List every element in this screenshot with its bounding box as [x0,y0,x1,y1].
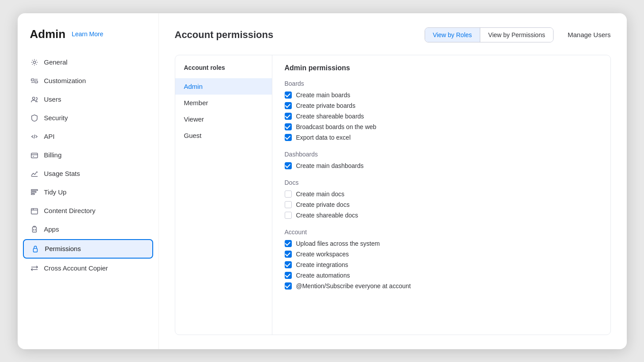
svg-rect-12 [31,193,34,194]
perm-item-create-private-boards: Create private boards [285,102,598,109]
perm-item-broadcast-boards: Broadcast boards on the web [285,123,598,130]
perm-label-create-shareable-boards: Create shareable boards [296,113,364,120]
sidebar-item-label-cross-account-copier: Cross Account Copier [44,264,108,272]
perm-section-account: Account Upload files across the system C… [285,229,598,290]
chart-icon [30,169,39,178]
view-by-roles-button[interactable]: View by Roles [425,28,480,42]
svg-point-0 [33,61,35,63]
checkbox-create-shareable-boards[interactable] [285,113,292,120]
sidebar-item-billing[interactable]: Billing [23,146,153,164]
role-item-viewer[interactable]: Viewer [175,111,272,127]
sidebar-item-cross-account-copier[interactable]: Cross Account Copier [23,259,153,277]
sidebar-item-customization[interactable]: Customization [23,72,153,90]
checkbox-create-workspaces[interactable] [285,251,292,258]
checkbox-create-automations[interactable] [285,272,292,279]
sidebar-item-security[interactable]: Security [23,109,153,127]
checkbox-create-main-boards[interactable] [285,91,292,99]
sidebar-item-users[interactable]: Users [23,91,153,108]
perm-item-create-automations: Create automations [285,272,598,279]
svg-rect-6 [31,153,37,158]
perm-label-export-data: Export data to excel [296,134,351,141]
shield-icon [30,114,39,122]
role-item-member[interactable]: Member [175,95,272,111]
checkbox-create-integrations[interactable] [285,261,292,268]
sidebar-item-label-api: API [44,133,55,140]
perm-label-broadcast-boards: Broadcast boards on the web [296,123,377,130]
checkbox-upload-files[interactable] [285,240,292,247]
checkbox-mention-subscribe[interactable] [285,282,292,290]
sidebar-item-permissions[interactable]: Permissions [23,239,153,259]
checkbox-create-shareable-docs[interactable] [285,212,292,219]
sidebar-item-label-general: General [44,58,68,66]
checkbox-export-data[interactable] [285,134,292,141]
page-title: Account permissions [175,29,274,41]
permissions-detail-header: Admin permissions [285,64,598,72]
perm-label-create-integrations: Create integrations [296,261,348,268]
perm-section-title-docs: Docs [285,179,598,186]
sidebar-item-label-customization: Customization [44,77,86,84]
perm-label-create-private-boards: Create private boards [296,102,356,109]
role-item-guest[interactable]: Guest [175,127,272,144]
perm-item-create-shareable-docs: Create shareable docs [285,212,598,219]
checkbox-create-main-docs[interactable] [285,191,292,198]
transfer-icon [30,264,39,273]
billing-icon [30,151,39,160]
perm-label-create-automations: Create automations [296,272,350,279]
main-header: Account permissions View by Roles View b… [175,27,611,42]
customization-icon [30,76,39,85]
main-content: Account permissions View by Roles View b… [159,13,627,349]
manage-users-button[interactable]: Manage Users [568,31,611,38]
perm-item-create-private-docs: Create private docs [285,201,598,208]
perm-section-title-account: Account [285,229,598,236]
checkbox-create-private-docs[interactable] [285,201,292,208]
perm-item-create-main-docs: Create main docs [285,191,598,198]
perm-item-create-integrations: Create integrations [285,261,598,268]
sidebar-item-label-usage-stats: Usage Stats [44,170,80,177]
svg-rect-11 [31,191,36,193]
app-container: Admin Learn More General [18,13,627,349]
svg-rect-10 [31,189,37,191]
permissions-detail-column: Admin permissions Boards Create main boa… [272,55,610,335]
perm-label-mention-subscribe: @Mention/Subscribe everyone at account [296,282,411,290]
svg-rect-1 [31,79,34,81]
svg-point-5 [32,97,34,99]
apps-icon [30,225,39,234]
perm-label-upload-files: Upload files across the system [296,240,380,247]
sidebar-item-tidy-up[interactable]: Tidy Up [23,183,153,201]
sidebar: Admin Learn More General [18,13,159,349]
view-toggle: View by Roles View by Permissions [425,27,554,42]
header-right: View by Roles View by Permissions Manage… [425,27,611,42]
role-item-admin[interactable]: Admin [175,78,272,95]
perm-section-title-dashboards: Dashboards [285,151,598,158]
sidebar-item-general[interactable]: General [23,53,153,71]
sidebar-item-label-security: Security [44,114,68,122]
sidebar-item-apps[interactable]: Apps [23,221,153,238]
view-by-permissions-button[interactable]: View by Permissions [480,28,553,42]
perm-section-dashboards: Dashboards Create main dashboards [285,151,598,169]
sidebar-nav: General Customization [18,53,158,277]
app-title: Admin [30,27,66,41]
sidebar-item-label-billing: Billing [44,151,62,159]
sidebar-item-label-users: Users [44,95,61,103]
sidebar-item-api[interactable]: API [23,128,153,145]
api-icon [30,132,39,141]
checkbox-broadcast-boards[interactable] [285,123,292,130]
perm-section-boards: Boards Create main boards Create private… [285,80,598,141]
checkbox-create-private-boards[interactable] [285,102,292,109]
checkbox-create-main-dashboards[interactable] [285,162,292,169]
roles-column: Account roles Admin Member Viewer Guest [175,55,272,335]
sidebar-item-label-permissions: Permissions [45,245,81,252]
sidebar-item-content-directory[interactable]: Content Directory [23,202,153,220]
lock-icon [31,244,40,253]
users-icon [30,95,39,104]
sidebar-item-usage-stats[interactable]: Usage Stats [23,165,153,183]
tidy-icon [30,188,39,197]
svg-rect-13 [31,208,37,214]
roles-column-header: Account roles [175,64,272,78]
svg-rect-17 [33,248,37,252]
perm-label-create-main-docs: Create main docs [296,191,345,198]
sidebar-item-label-tidy-up: Tidy Up [44,188,67,196]
perm-label-create-main-dashboards: Create main dashboards [296,162,364,169]
learn-more-link[interactable]: Learn More [72,30,103,38]
perm-item-create-main-dashboards: Create main dashboards [285,162,598,169]
